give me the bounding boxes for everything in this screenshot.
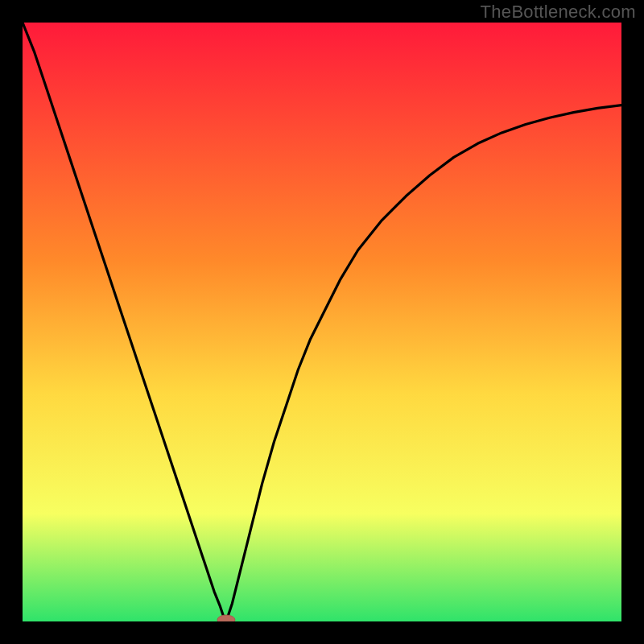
vertex-marker (217, 615, 235, 621)
chart-svg (23, 23, 621, 621)
app-frame: TheBottleneck.com (0, 0, 644, 644)
chart-plot-area (23, 23, 621, 621)
chart-background (23, 23, 621, 621)
watermark-text: TheBottleneck.com (481, 2, 636, 23)
